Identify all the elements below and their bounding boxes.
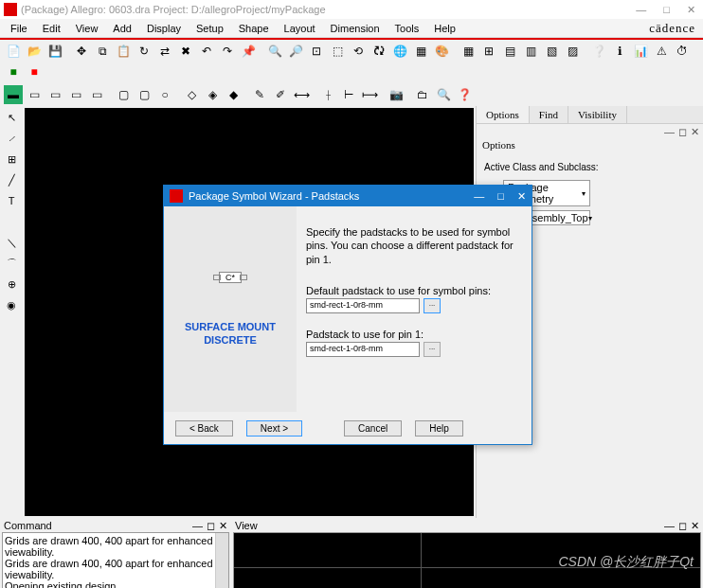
panel-min-icon[interactable]: —: [664, 126, 675, 135]
panel-dock-icon[interactable]: ◻: [678, 126, 687, 135]
shape4-icon[interactable]: ▭: [66, 85, 85, 104]
minimize-button[interactable]: —: [636, 4, 646, 16]
panel-close-icon[interactable]: ✕: [691, 126, 699, 135]
circle-icon[interactable]: ○: [155, 85, 174, 104]
rect2-icon[interactable]: ▢: [135, 85, 153, 104]
timer-icon[interactable]: ⏱: [673, 42, 692, 61]
edit2-icon[interactable]: ✐: [271, 85, 290, 104]
pin1-padstack-browse-button[interactable]: ...: [424, 342, 441, 357]
menu-add[interactable]: Add: [106, 21, 138, 36]
display1-icon[interactable]: ▤: [500, 42, 519, 61]
shape3-icon[interactable]: ▭: [45, 85, 64, 104]
draw-line-icon[interactable]: ＼: [2, 233, 21, 252]
menu-help[interactable]: Help: [427, 21, 462, 36]
rect-icon[interactable]: ▢: [114, 85, 133, 104]
display3-icon[interactable]: ▧: [542, 42, 561, 61]
zoom-in-icon[interactable]: 🔍: [265, 42, 284, 61]
grid-icon[interactable]: ▦: [459, 42, 478, 61]
help-icon[interactable]: ❔: [589, 42, 608, 61]
help-button[interactable]: Help: [415, 420, 463, 437]
dim1-icon[interactable]: ⟊: [318, 85, 337, 104]
tool2-icon[interactable]: 🔍: [434, 85, 453, 104]
save-icon[interactable]: 💾: [45, 42, 64, 61]
menu-dimension[interactable]: Dimension: [324, 21, 387, 36]
display4-icon[interactable]: ▨: [563, 42, 582, 61]
text-icon[interactable]: T: [2, 191, 21, 210]
menu-tools[interactable]: Tools: [388, 21, 426, 36]
layers-icon[interactable]: ▦: [411, 42, 430, 61]
dialog-minimize-button[interactable]: —: [474, 190, 484, 203]
palette-icon[interactable]: 🎨: [432, 42, 451, 61]
menu-edit[interactable]: Edit: [36, 21, 67, 36]
tab-options[interactable]: Options: [477, 106, 530, 123]
zoom-out-icon[interactable]: 🔎: [286, 42, 305, 61]
move-icon[interactable]: ✥: [72, 42, 91, 61]
panel-min-icon[interactable]: —: [192, 520, 203, 532]
delete-icon[interactable]: ✖: [176, 42, 195, 61]
line-icon[interactable]: ╱: [2, 170, 21, 189]
open-icon[interactable]: 📂: [25, 42, 44, 61]
display2-icon[interactable]: ▥: [521, 42, 540, 61]
tab-find[interactable]: Find: [530, 106, 568, 123]
menu-file[interactable]: File: [4, 21, 34, 36]
menu-display[interactable]: Display: [140, 21, 188, 36]
check-icon[interactable]: ■: [4, 62, 23, 81]
rotate-icon[interactable]: ↻: [135, 42, 153, 61]
info-icon[interactable]: ℹ: [610, 42, 629, 61]
add-pin-icon[interactable]: ⊕: [2, 275, 21, 294]
pad-icon[interactable]: ◉: [2, 295, 21, 314]
grid2-icon[interactable]: ⊞: [479, 42, 498, 61]
poly2-icon[interactable]: ◈: [203, 85, 222, 104]
report-icon[interactable]: 📊: [631, 42, 650, 61]
net-icon[interactable]: ⊞: [2, 150, 21, 169]
panel-min-icon[interactable]: —: [664, 520, 675, 532]
edit1-icon[interactable]: ✎: [250, 85, 269, 104]
refresh-icon[interactable]: 🗘: [370, 42, 388, 61]
route-icon[interactable]: ⟋: [2, 129, 21, 148]
dim3-icon[interactable]: ⟼: [360, 85, 379, 104]
cancel-button[interactable]: Cancel: [344, 420, 402, 437]
dialog-close-button[interactable]: ✕: [517, 190, 526, 203]
paste-icon[interactable]: 📋: [114, 42, 133, 61]
dialog-maximize-button[interactable]: □: [497, 190, 504, 203]
close-button[interactable]: ✕: [687, 4, 695, 16]
poly1-icon[interactable]: ◇: [182, 85, 201, 104]
draw-arc-icon[interactable]: ⌒: [2, 254, 21, 273]
pin1-padstack-input[interactable]: smd-rect-1-0r8-mm: [306, 342, 420, 357]
menu-layout[interactable]: Layout: [278, 21, 322, 36]
next-button[interactable]: Next >: [246, 420, 302, 437]
tool3-icon[interactable]: ❓: [455, 85, 474, 104]
cam-icon[interactable]: 📷: [387, 85, 406, 104]
new-icon[interactable]: 📄: [4, 42, 23, 61]
poly3-icon[interactable]: ◆: [224, 85, 243, 104]
stop-icon[interactable]: ■: [25, 62, 44, 81]
edit3-icon[interactable]: ⟷: [292, 85, 311, 104]
zoom-fit-icon[interactable]: ⊡: [307, 42, 326, 61]
shape5-icon[interactable]: ▭: [87, 85, 106, 104]
drc-icon[interactable]: ⚠: [652, 42, 671, 61]
command-log[interactable]: Grids are drawn 400, 400 apart for enhan…: [2, 532, 229, 588]
panel-close-icon[interactable]: ✕: [219, 520, 227, 532]
zoom-window-icon[interactable]: ⬚: [328, 42, 347, 61]
redo-icon[interactable]: ↷: [218, 42, 237, 61]
arrow-icon[interactable]: ↖: [2, 108, 21, 127]
shape2-icon[interactable]: ▭: [25, 85, 44, 104]
mirror-icon[interactable]: ⇄: [155, 42, 174, 61]
menu-setup[interactable]: Setup: [189, 21, 230, 36]
zoom-prev-icon[interactable]: ⟲: [349, 42, 368, 61]
back-button[interactable]: < Back: [175, 420, 233, 437]
pin-icon[interactable]: 📌: [239, 42, 258, 61]
default-padstack-browse-button[interactable]: ...: [424, 298, 441, 313]
scrollbar[interactable]: [215, 533, 228, 588]
menu-shape[interactable]: Shape: [232, 21, 276, 36]
shape1-icon[interactable]: ▬: [4, 85, 23, 104]
tool1-icon[interactable]: 🗀: [413, 85, 432, 104]
panel-close-icon[interactable]: ✕: [691, 520, 699, 532]
default-padstack-input[interactable]: smd-rect-1-0r8-mm: [306, 298, 420, 313]
tab-visibility[interactable]: Visibility: [568, 106, 627, 123]
world-icon[interactable]: 🌐: [390, 42, 409, 61]
menu-view[interactable]: View: [69, 21, 105, 36]
undo-icon[interactable]: ↶: [197, 42, 216, 61]
dim2-icon[interactable]: ⊢: [339, 85, 358, 104]
panel-dock-icon[interactable]: ◻: [207, 520, 215, 532]
